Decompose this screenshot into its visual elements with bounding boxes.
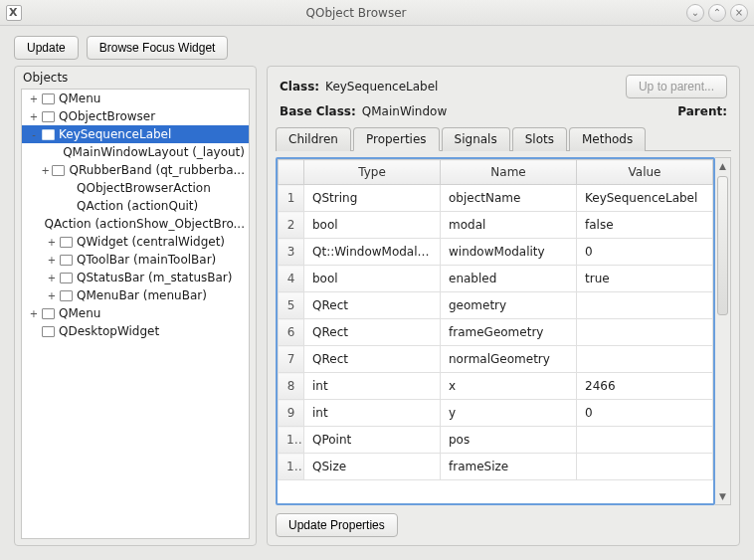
cell-type: QSize [304, 454, 441, 480]
properties-table[interactable]: TypeNameValue 1QStringobjectNameKeySeque… [278, 159, 713, 480]
tree-item[interactable]: -KeySequenceLabel [22, 125, 249, 143]
scroll-up-icon[interactable]: ▲ [715, 158, 730, 174]
row-number: 7 [279, 346, 304, 373]
column-header[interactable]: Type [304, 160, 441, 185]
toolbar: Update Browse Focus Widget [0, 26, 754, 66]
tree-item[interactable]: +QWidget (centralWidget) [22, 233, 249, 251]
tree-item[interactable]: +QDesktopWidget [22, 322, 249, 340]
table-row[interactable]: 6QRectframeGeometry [279, 319, 713, 346]
expand-icon[interactable]: + [46, 237, 58, 248]
scroll-down-icon[interactable]: ▼ [715, 488, 730, 504]
table-row[interactable]: 1QStringobjectNameKeySequenceLabel [279, 185, 713, 212]
tree-item[interactable]: +QObjectBrowserAction [22, 179, 249, 197]
class-label: Class: [280, 80, 319, 93]
tab-properties[interactable]: Properties [353, 127, 440, 151]
table-row[interactable]: 9inty0 [279, 400, 713, 427]
tree-item[interactable]: +QMenuBar (menuBar) [22, 286, 249, 304]
table-row[interactable]: 7QRectnormalGeometry [279, 346, 713, 373]
tree-item[interactable]: +QAction (actionShow_ObjectBro... [22, 215, 249, 233]
cell-type: int [304, 400, 441, 427]
table-row[interactable]: 10QPointpos [279, 427, 713, 454]
tree-item-label: KeySequenceLabel [59, 127, 171, 141]
class-value: KeySequenceLabel [325, 80, 438, 93]
expand-icon[interactable]: + [28, 308, 40, 319]
cell-name: normalGeometry [441, 346, 577, 373]
cell-type: bool [304, 212, 441, 239]
column-header[interactable]: Name [441, 160, 577, 185]
cell-name: x [441, 373, 577, 400]
objects-tree[interactable]: +QMenu+QObjectBrowser-KeySequenceLabel+Q… [21, 89, 250, 539]
row-number: 4 [279, 266, 304, 292]
base-class-label: Base Class: [280, 104, 356, 118]
cell-value: KeySequenceLabel [577, 185, 713, 212]
update-button[interactable]: Update [14, 36, 79, 60]
table-row[interactable]: 3Qt::WindowModalitywindowModality0 [279, 239, 713, 266]
collapse-icon[interactable]: - [28, 129, 40, 140]
tree-item-label: QObjectBrowserAction [77, 181, 211, 195]
tree-item-label: QAction (actionQuit) [77, 199, 198, 213]
column-header[interactable]: Value [577, 160, 713, 185]
tab-slots[interactable]: Slots [512, 127, 567, 151]
table-row[interactable]: 8intx2466 [279, 373, 713, 400]
cell-name: y [441, 400, 577, 427]
tree-item[interactable]: +QObjectBrowser [22, 107, 249, 125]
cell-type: int [304, 373, 441, 400]
table-row[interactable]: 11QSizeframeSize [279, 454, 713, 480]
cell-type: Qt::WindowModality [304, 239, 441, 266]
table-row[interactable]: 4boolenabledtrue [279, 266, 713, 292]
cell-value [577, 454, 713, 480]
object-icon [60, 237, 73, 248]
tree-item[interactable]: +QMainWindowLayout (_layout) [22, 143, 249, 161]
cell-name: frameSize [441, 454, 577, 480]
tree-item-label: QToolBar (mainToolBar) [77, 253, 216, 267]
tree-item[interactable]: +QMenu [22, 90, 249, 107]
scroll-track[interactable] [715, 174, 730, 488]
window-title: QObject Browser [30, 6, 682, 20]
minimize-button[interactable]: ⌄ [686, 4, 704, 22]
tree-item-label: QDesktopWidget [59, 324, 159, 338]
cell-name: enabled [441, 266, 577, 292]
close-button[interactable]: × [730, 4, 748, 22]
tree-item[interactable]: +QStatusBar (m_statusBar) [22, 269, 249, 286]
expand-icon[interactable]: + [46, 255, 58, 266]
tree-item[interactable]: +QToolBar (mainToolBar) [22, 251, 249, 269]
tree-item[interactable]: +QMenu [22, 304, 249, 322]
object-icon [60, 290, 73, 301]
cell-value [577, 319, 713, 346]
cell-type: QString [304, 185, 441, 212]
tree-item-label: QMainWindowLayout (_layout) [63, 145, 245, 159]
cell-type: QRect [304, 319, 441, 346]
tab-children[interactable]: Children [276, 127, 351, 151]
tree-item-label: QStatusBar (m_statusBar) [77, 271, 232, 284]
tab-methods[interactable]: Methods [569, 127, 646, 151]
tab-signals[interactable]: Signals [442, 127, 510, 151]
object-icon [42, 326, 55, 337]
object-icon [42, 308, 55, 319]
cell-name: objectName [441, 185, 577, 212]
tree-item[interactable]: +QRubberBand (qt_rubberba... [22, 161, 249, 179]
expand-icon[interactable]: + [28, 111, 40, 122]
row-number: 11 [279, 454, 304, 480]
browse-focus-widget-button[interactable]: Browse Focus Widget [87, 36, 229, 60]
table-row[interactable]: 5QRectgeometry [279, 292, 713, 319]
expand-icon[interactable]: + [28, 93, 40, 104]
maximize-button[interactable]: ⌃ [708, 4, 726, 22]
table-row[interactable]: 2boolmodalfalse [279, 212, 713, 239]
update-properties-button[interactable]: Update Properties [276, 513, 398, 537]
tree-item-label: QMenu [59, 306, 100, 320]
table-scrollbar[interactable]: ▲ ▼ [715, 157, 731, 505]
up-to-parent-button[interactable]: Up to parent... [626, 75, 727, 98]
tree-item-label: QMenu [59, 92, 100, 105]
expand-icon[interactable]: + [41, 165, 50, 176]
scroll-thumb[interactable] [717, 176, 728, 315]
tree-item[interactable]: +QAction (actionQuit) [22, 197, 249, 215]
expand-icon[interactable]: + [46, 290, 58, 301]
cell-type: bool [304, 266, 441, 292]
object-icon [60, 273, 73, 283]
tree-item-label: QObjectBrowser [59, 109, 155, 123]
objects-panel-title: Objects [15, 67, 256, 87]
row-number: 5 [279, 292, 304, 319]
detail-panel: Class: KeySequenceLabel Up to parent... … [267, 66, 740, 546]
cell-value [577, 292, 713, 319]
expand-icon[interactable]: + [46, 273, 58, 283]
